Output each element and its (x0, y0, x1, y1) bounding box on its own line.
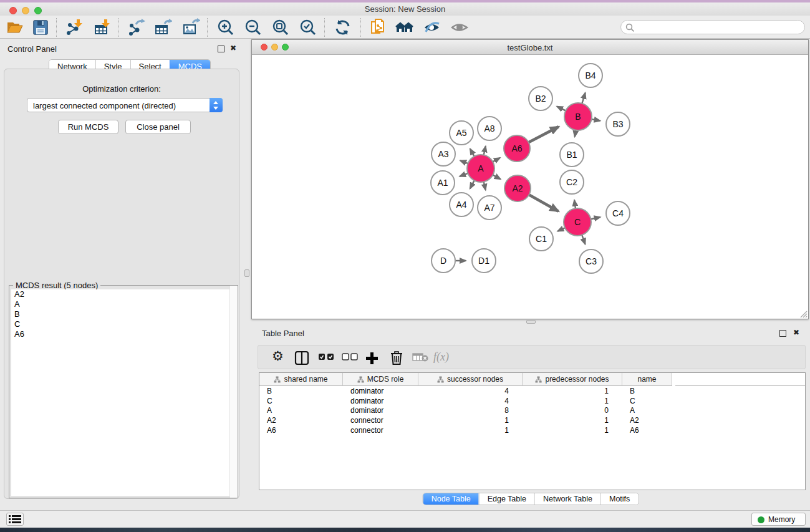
mcds-result-item[interactable]: A6 (11, 329, 236, 339)
graph-node-D[interactable]: D (432, 249, 455, 273)
graph-node-B1[interactable]: B1 (560, 143, 584, 167)
table-cell: A2 (622, 416, 672, 426)
table-cell: A (622, 406, 672, 416)
graph-node-label: B4 (585, 70, 595, 80)
hide-graphics-details-icon[interactable] (423, 18, 441, 37)
graph-node-A7[interactable]: A7 (478, 196, 501, 220)
graph-node-B[interactable]: B (564, 103, 592, 130)
graph-node-D1[interactable]: D1 (472, 249, 496, 273)
float-panel-icon[interactable] (218, 46, 224, 52)
mcds-result-item[interactable]: A (11, 299, 236, 309)
task-history-button[interactable] (6, 513, 24, 526)
column-header-label: successor nodes (447, 375, 503, 384)
table-settings-icon[interactable]: ⚙ (272, 349, 284, 364)
first-neighbors-icon[interactable] (395, 18, 414, 37)
column-header-shared-name[interactable]: shared name (259, 373, 343, 386)
graph-node-A5[interactable]: A5 (450, 121, 473, 145)
graph-edge-A2-C[interactable] (528, 194, 559, 211)
graph-node-label: A8 (484, 123, 494, 133)
refresh-icon[interactable] (334, 18, 352, 37)
network-window-titlebar[interactable]: testGlobe.txt (252, 40, 808, 55)
tab-node-table[interactable]: Node Table (423, 493, 479, 505)
show-graphics-details-icon[interactable] (450, 18, 469, 37)
memory-button[interactable]: Memory (751, 513, 806, 526)
sort-icon (357, 376, 364, 383)
column-header-MCDS-role[interactable]: MCDS role (343, 373, 418, 386)
result-list-scrollbar[interactable] (229, 286, 238, 498)
column-header-predecessor-nodes[interactable]: predecessor nodes (523, 373, 622, 386)
tab-edge-table[interactable]: Edge Table (479, 493, 534, 505)
table-row[interactable]: A2connector11A2 (259, 416, 805, 426)
graph-node-C3[interactable]: C3 (579, 249, 603, 273)
search-input[interactable] (637, 22, 799, 32)
save-session-icon[interactable] (31, 18, 50, 37)
graph-node-A6[interactable]: A6 (504, 135, 530, 162)
delete-table-icon[interactable] (412, 353, 428, 368)
graph-node-A2[interactable]: A2 (504, 175, 531, 201)
select-all-columns-icon[interactable] (318, 353, 334, 368)
export-image-icon[interactable] (181, 18, 200, 37)
table-cell: A6 (259, 426, 343, 436)
export-network-icon[interactable] (127, 18, 146, 37)
table-cell: connector (343, 416, 418, 426)
tab-network-table[interactable]: Network Table (534, 493, 600, 505)
zoom-out-icon[interactable] (244, 18, 263, 37)
function-builder-icon[interactable]: f(x) (433, 349, 449, 364)
zoom-fit-icon[interactable] (271, 18, 290, 37)
create-column-icon[interactable] (364, 351, 379, 365)
graph-node-A1[interactable]: A1 (431, 171, 455, 195)
graph-node-B3[interactable]: B3 (606, 112, 630, 136)
close-table-panel-icon[interactable]: ✖ (793, 328, 799, 337)
table-panel-title: Table Panel (262, 329, 304, 338)
table-body: Bdominator41BCdominator41CAdominator80AA… (259, 387, 805, 435)
graph-node-A8[interactable]: A8 (478, 117, 501, 140)
open-session-icon[interactable] (5, 18, 24, 37)
float-table-panel-icon[interactable] (779, 330, 786, 337)
export-table-icon[interactable] (153, 18, 172, 37)
graph-node-label: A5 (456, 128, 466, 138)
clone-network-icon[interactable] (369, 18, 388, 37)
graph-node-B2[interactable]: B2 (529, 87, 552, 110)
zoom-selected-icon[interactable] (299, 18, 317, 37)
tab-motifs[interactable]: Motifs (600, 493, 638, 505)
deselect-all-columns-icon[interactable] (342, 353, 358, 368)
split-view-icon[interactable] (294, 351, 309, 365)
mcds-result-item[interactable]: B (11, 309, 236, 319)
network-canvas[interactable]: B4B2BB3A8A5A6A3B1AC2A1A2A4A7C4CC1DD1C3 (252, 55, 808, 319)
graph-node-C2[interactable]: C2 (560, 170, 584, 194)
column-header-name[interactable]: name (622, 373, 672, 386)
graph-node-A3[interactable]: A3 (432, 142, 455, 166)
graph-node-C1[interactable]: C1 (529, 227, 553, 251)
memory-label: Memory (768, 515, 795, 524)
graph-node-A4[interactable]: A4 (450, 193, 473, 216)
table-row[interactable]: Cdominator41C (259, 397, 805, 407)
table-row[interactable]: Adominator80A (259, 406, 805, 416)
table-cell: 1 (523, 426, 622, 436)
graph-node-C4[interactable]: C4 (606, 201, 630, 225)
mcds-panel: Optimization criterion: largest connecte… (4, 69, 239, 499)
import-table-icon[interactable] (92, 18, 111, 37)
table-cell: dominator (343, 406, 418, 416)
graph-node-A[interactable]: A (467, 155, 494, 182)
horizontal-splitter-handle[interactable] (526, 320, 536, 324)
optimization-criterion-dropdown[interactable]: largest connected component (directed) (27, 98, 223, 112)
import-network-icon[interactable] (65, 18, 84, 37)
table-cell: 1 (523, 397, 622, 407)
window-resize-grip[interactable] (799, 310, 808, 318)
mcds-result-item[interactable]: C (11, 319, 236, 329)
graph-node-C[interactable]: C (564, 208, 591, 236)
zoom-in-icon[interactable] (216, 18, 235, 37)
graph-edge-A6-B[interactable] (528, 127, 559, 143)
table-row[interactable]: A6connector11A6 (259, 426, 805, 436)
vertical-splitter-handle[interactable] (244, 269, 249, 277)
delete-column-icon[interactable] (390, 351, 403, 365)
mcds-result-item[interactable]: A2 (11, 289, 236, 299)
close-panel-button[interactable]: Close panel (125, 120, 191, 134)
close-panel-icon[interactable]: ✖ (230, 44, 236, 52)
table-row[interactable]: Bdominator41B (259, 387, 805, 397)
graph-node-B4[interactable]: B4 (579, 64, 602, 87)
table-cell: 1 (523, 387, 622, 397)
toolbar-separator (207, 18, 208, 37)
column-header-successor-nodes[interactable]: successor nodes (418, 373, 523, 386)
run-mcds-button[interactable]: Run MCDS (58, 120, 118, 134)
